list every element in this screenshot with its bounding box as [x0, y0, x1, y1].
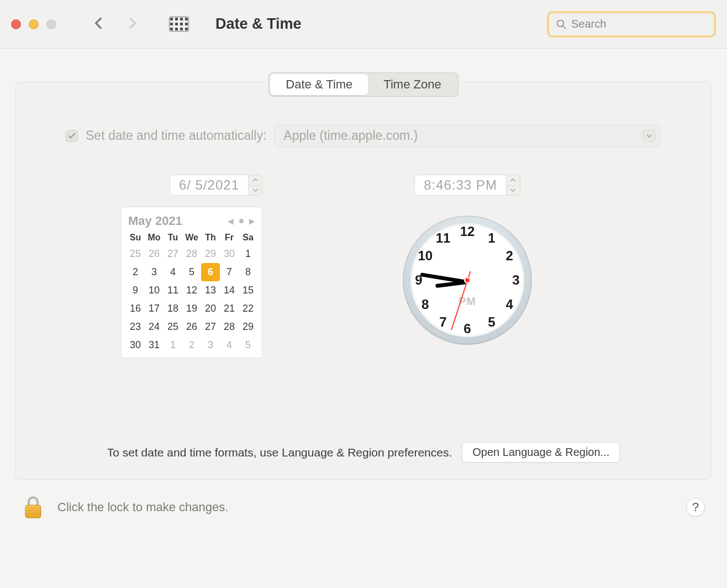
format-hint-row: To set date and time formats, use Langua…	[16, 442, 711, 463]
chevron-down-icon	[646, 133, 652, 139]
calendar-day[interactable]: 2	[126, 263, 145, 281]
back-button[interactable]	[92, 15, 106, 33]
calendar-day[interactable]: 25	[126, 245, 145, 263]
chevron-left-icon	[92, 16, 106, 30]
calendar-day[interactable]: 1	[164, 336, 182, 354]
time-step-up[interactable]	[507, 175, 520, 186]
time-server-dropdown[interactable]: Apple (time.apple.com.)	[274, 124, 661, 147]
close-window-button[interactable]	[11, 19, 21, 29]
chevron-down-icon	[253, 188, 258, 193]
help-button[interactable]: ?	[686, 498, 705, 517]
calendar-day[interactable]: 26	[145, 245, 164, 263]
calendar-day[interactable]: 31	[145, 336, 164, 354]
date-input[interactable]: 6/ 5/2021	[179, 177, 239, 193]
calendar-day[interactable]: 9	[126, 281, 145, 300]
show-all-prefs-button[interactable]	[169, 17, 189, 32]
calendar-dow: Sa	[239, 229, 257, 245]
search-icon	[556, 19, 567, 30]
calendar-day[interactable]: 2	[182, 336, 201, 354]
calendar-day[interactable]: 1	[239, 245, 257, 263]
calendar-day[interactable]: 14	[220, 281, 239, 300]
clock-minute-hand	[420, 272, 468, 284]
prefs-panel: Date & Time Time Zone Set date and time …	[15, 82, 712, 480]
tabs-segmented: Date & Time Time Zone	[268, 72, 458, 97]
calendar-day[interactable]: 28	[220, 318, 239, 336]
calendar-day[interactable]: 24	[145, 318, 164, 336]
date-step-down[interactable]	[249, 186, 262, 196]
calendar-day[interactable]: 21	[220, 300, 239, 318]
time-input[interactable]: 8:46:33 PM	[424, 177, 497, 193]
calendar-day[interactable]: 23	[126, 318, 145, 336]
clock-numeral: 1	[488, 230, 495, 246]
calendar-day[interactable]: 6	[201, 263, 220, 281]
calendar-grid: SuMoTuWeThFrSa25262728293012345678910111…	[126, 229, 257, 354]
calendar-day[interactable]: 7	[220, 263, 239, 281]
calendar-day[interactable]: 27	[201, 318, 220, 336]
open-language-region-button[interactable]: Open Language & Region...	[462, 442, 620, 463]
calendar-day[interactable]: 11	[164, 281, 182, 300]
calendar-day[interactable]: 4	[164, 263, 182, 281]
calendar[interactable]: May 2021 ◀ ▶ SuMoTuWeThFrSa2526272829301…	[121, 207, 262, 358]
calendar-dow: Su	[126, 229, 145, 245]
time-stepper[interactable]	[506, 175, 520, 196]
page-title: Date & Time	[215, 15, 302, 33]
auto-set-row: Set date and time automatically: Apple (…	[49, 124, 678, 147]
time-server-value: Apple (time.apple.com.)	[283, 128, 418, 143]
clock-numeral: 4	[506, 297, 513, 312]
calendar-day[interactable]: 16	[126, 300, 145, 318]
clock-numeral: 3	[512, 272, 519, 288]
tab-time-zone[interactable]: Time Zone	[368, 74, 456, 95]
clock-pivot	[464, 277, 471, 284]
calendar-day[interactable]: 4	[220, 336, 239, 354]
lock-button[interactable]	[22, 495, 44, 519]
time-column: 8:46:33 PM PM 121234567891011	[329, 175, 606, 358]
calendar-day[interactable]: 26	[182, 318, 201, 336]
calendar-day[interactable]: 25	[164, 318, 182, 336]
auto-set-label: Set date and time automatically:	[86, 128, 266, 143]
calendar-day[interactable]: 29	[201, 245, 220, 263]
calendar-prev[interactable]: ◀	[228, 217, 234, 225]
calendar-day[interactable]: 5	[182, 263, 201, 281]
analog-clock: PM 121234567891011	[403, 216, 532, 345]
calendar-day[interactable]: 28	[182, 245, 201, 263]
date-step-up[interactable]	[249, 175, 262, 186]
calendar-day[interactable]: 19	[182, 300, 201, 318]
time-stepper-field[interactable]: 8:46:33 PM	[414, 175, 520, 196]
lock-icon	[22, 495, 44, 519]
calendar-day[interactable]: 20	[201, 300, 220, 318]
nav-arrows	[92, 15, 139, 33]
calendar-day[interactable]: 3	[145, 263, 164, 281]
calendar-day[interactable]: 18	[164, 300, 182, 318]
search-field[interactable]	[547, 11, 716, 38]
clock-numeral: 11	[436, 230, 451, 246]
calendar-day[interactable]: 8	[239, 263, 257, 281]
calendar-day[interactable]: 29	[239, 318, 257, 336]
minimize-window-button[interactable]	[29, 19, 39, 29]
calendar-next[interactable]: ▶	[249, 217, 255, 225]
calendar-day[interactable]: 15	[239, 281, 257, 300]
tab-date-time[interactable]: Date & Time	[270, 74, 368, 95]
calendar-dow: We	[182, 229, 201, 245]
calendar-day[interactable]: 17	[145, 300, 164, 318]
toolbar: Date & Time	[0, 0, 727, 49]
calendar-day[interactable]: 3	[201, 336, 220, 354]
calendar-day[interactable]: 27	[164, 245, 182, 263]
time-step-down[interactable]	[507, 186, 520, 196]
auto-set-checkbox[interactable]	[66, 130, 78, 142]
calendar-day[interactable]: 30	[220, 245, 239, 263]
chevron-up-icon	[510, 177, 515, 182]
date-stepper-field[interactable]: 6/ 5/2021	[170, 175, 262, 196]
zoom-window-button	[46, 19, 56, 29]
check-icon	[68, 132, 76, 140]
calendar-day[interactable]: 12	[182, 281, 201, 300]
calendar-today[interactable]	[239, 219, 244, 223]
calendar-day[interactable]: 10	[145, 281, 164, 300]
calendar-day[interactable]: 5	[239, 336, 257, 354]
calendar-day[interactable]: 30	[126, 336, 145, 354]
calendar-nav: ◀ ▶	[228, 217, 255, 225]
calendar-day[interactable]: 22	[239, 300, 257, 318]
calendar-day[interactable]: 13	[201, 281, 220, 300]
lock-hint-text: Click the lock to make changes.	[57, 500, 673, 514]
date-stepper[interactable]	[248, 175, 262, 196]
search-input[interactable]	[571, 18, 711, 30]
